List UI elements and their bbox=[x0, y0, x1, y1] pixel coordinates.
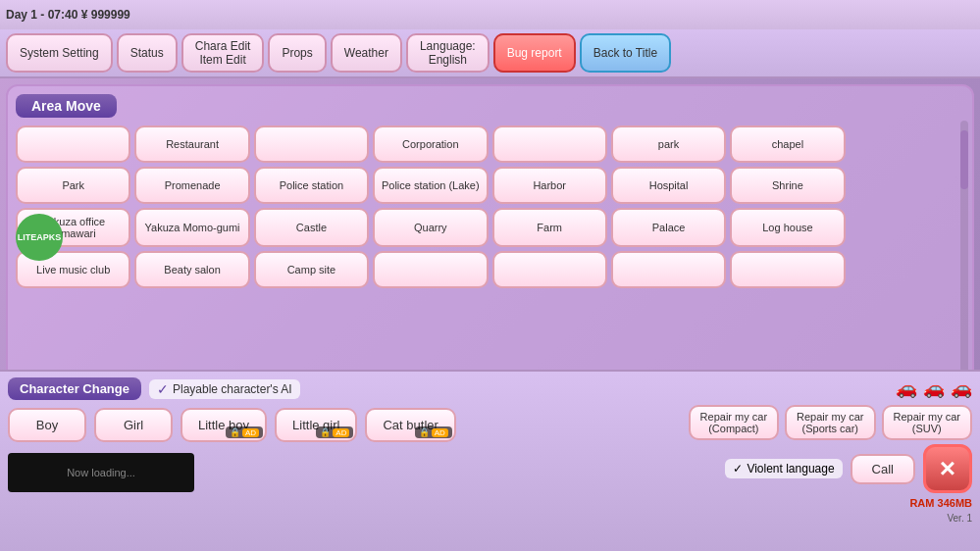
char-girl-button[interactable]: Girl bbox=[94, 408, 173, 442]
violent-checkmark: ✓ bbox=[733, 462, 743, 476]
location-castle[interactable]: Castle bbox=[254, 208, 369, 247]
violent-row: ✓ Violent language Call × bbox=[725, 444, 972, 493]
char-buttons-row: Boy Girl Little boy 🔒 AD Little girl 🔒 A… bbox=[8, 408, 592, 442]
area-move-panel: Area Move LITEAPKS Restaurant Corporatio… bbox=[6, 84, 974, 398]
char-change-title: Character Change bbox=[8, 377, 141, 400]
location-park[interactable]: Park bbox=[16, 167, 130, 204]
loading-bar: Now loading... bbox=[8, 453, 194, 492]
char-cat-butler-button[interactable]: Cat butler 🔒 AD bbox=[365, 408, 455, 442]
location-empty5 bbox=[611, 251, 726, 288]
checkmark-icon: ✓ bbox=[157, 381, 169, 397]
nav-row: System Setting Status Chara Edit Item Ed… bbox=[0, 29, 980, 78]
ai-checkbox-label[interactable]: ✓ Playable character's AI bbox=[149, 379, 300, 399]
location-yakuza-momo[interactable]: Yakuza Momo-gumi bbox=[134, 208, 249, 247]
location-empty3 bbox=[373, 251, 488, 288]
status-button[interactable]: Status bbox=[117, 33, 178, 73]
liteapks-badge: LITEAPKS bbox=[16, 214, 63, 261]
lock-icon: 🔒 bbox=[230, 427, 240, 437]
bottom-section: Character Change ✓ Playable character's … bbox=[0, 370, 980, 551]
bug-report-button[interactable]: Bug report bbox=[493, 33, 576, 73]
chara-edit-button[interactable]: Chara Edit Item Edit bbox=[181, 33, 265, 73]
bottom-right: 🚗 🚗 🚗 Repair my car (Compact) Repair my … bbox=[599, 377, 972, 545]
location-harbor[interactable]: Harbor bbox=[492, 167, 607, 204]
location-shrine[interactable]: Shrine bbox=[730, 167, 845, 204]
location-corporation[interactable]: Corporation bbox=[373, 125, 488, 163]
char-change-row: Character Change ✓ Playable character's … bbox=[8, 377, 592, 400]
car-suv-icon: 🚗 bbox=[951, 377, 972, 399]
lock-badge-cat-butler: 🔒 AD bbox=[415, 426, 452, 438]
close-button[interactable]: × bbox=[923, 444, 972, 493]
location-park2[interactable]: park bbox=[611, 125, 726, 163]
location-grid: Restaurant Corporation park chapel Park … bbox=[16, 125, 964, 288]
day-info: Day 1 - 07:40 ¥ 999999 bbox=[6, 8, 130, 22]
area-move-title: Area Move bbox=[16, 94, 117, 118]
location-empty2 bbox=[492, 125, 607, 163]
lock-badge-little-girl: 🔒 AD bbox=[316, 426, 353, 438]
scrollbar[interactable] bbox=[960, 121, 968, 392]
back-to-title-button[interactable]: Back to Title bbox=[580, 33, 671, 73]
char-little-boy-button[interactable]: Little boy 🔒 AD bbox=[181, 408, 267, 442]
main-wrapper: Day 1 - 07:40 ¥ 999999 System Setting St… bbox=[0, 0, 980, 551]
location-hospital[interactable]: Hospital bbox=[611, 167, 726, 204]
language-button[interactable]: Language: English bbox=[406, 33, 490, 73]
repair-compact-button[interactable]: Repair my car (Compact) bbox=[689, 405, 779, 440]
location-home[interactable] bbox=[16, 125, 130, 163]
location-quarry[interactable]: Quarry bbox=[373, 208, 488, 247]
location-log-house[interactable]: Log house bbox=[730, 208, 845, 247]
location-police-station-lake[interactable]: Police station (Lake) bbox=[373, 167, 488, 204]
location-camp-site[interactable]: Camp site bbox=[254, 251, 369, 288]
car-compact-icon: 🚗 bbox=[896, 377, 917, 399]
lock-icon3: 🔒 bbox=[419, 427, 430, 437]
ram-info: RAM 346MB bbox=[909, 497, 972, 509]
bottom-left: Character Change ✓ Playable character's … bbox=[8, 377, 592, 545]
scroll-col bbox=[850, 125, 859, 163]
location-empty6 bbox=[730, 251, 845, 288]
scroll-thumb bbox=[960, 130, 968, 189]
now-loading-text: Now loading... bbox=[67, 467, 135, 478]
violent-language-checkbox[interactable]: ✓ Violent language bbox=[725, 459, 842, 478]
car-sports-icon: 🚗 bbox=[923, 377, 945, 399]
top-bar: Day 1 - 07:40 ¥ 999999 bbox=[0, 0, 980, 29]
car-icons-row: 🚗 🚗 🚗 bbox=[896, 377, 972, 399]
call-button[interactable]: Call bbox=[851, 454, 915, 484]
system-setting-button[interactable]: System Setting bbox=[6, 33, 113, 73]
location-empty4 bbox=[492, 251, 607, 288]
char-little-girl-button[interactable]: Little girl 🔒 AD bbox=[275, 408, 357, 442]
ad-badge: AD bbox=[242, 428, 259, 437]
location-chapel[interactable]: chapel bbox=[730, 125, 845, 163]
lock-badge-little-boy: 🔒 AD bbox=[226, 426, 263, 438]
props-button[interactable]: Props bbox=[268, 33, 326, 73]
ad-badge2: AD bbox=[333, 428, 349, 437]
repair-suv-button[interactable]: Repair my car (SUV) bbox=[882, 405, 972, 440]
location-promenade[interactable]: Promenade bbox=[134, 167, 249, 204]
ad-badge3: AD bbox=[432, 428, 448, 437]
violent-label: Violent language bbox=[747, 462, 834, 476]
ver-info: Ver. 1 bbox=[947, 513, 972, 524]
ai-label: Playable character's AI bbox=[173, 382, 292, 396]
repair-buttons-row: Repair my car (Compact) Repair my car (S… bbox=[689, 405, 972, 440]
repair-sports-button[interactable]: Repair my car (Sports car) bbox=[785, 405, 875, 440]
location-restaurant[interactable]: Restaurant bbox=[134, 125, 249, 163]
location-beaty-salon[interactable]: Beaty salon bbox=[134, 251, 249, 288]
location-farm[interactable]: Farm bbox=[492, 208, 607, 247]
weather-button[interactable]: Weather bbox=[331, 33, 402, 73]
char-boy-button[interactable]: Boy bbox=[8, 408, 86, 442]
location-palace[interactable]: Palace bbox=[611, 208, 726, 247]
lock-icon2: 🔒 bbox=[320, 427, 331, 437]
location-police-station[interactable]: Police station bbox=[254, 167, 369, 204]
location-empty1 bbox=[254, 125, 369, 163]
